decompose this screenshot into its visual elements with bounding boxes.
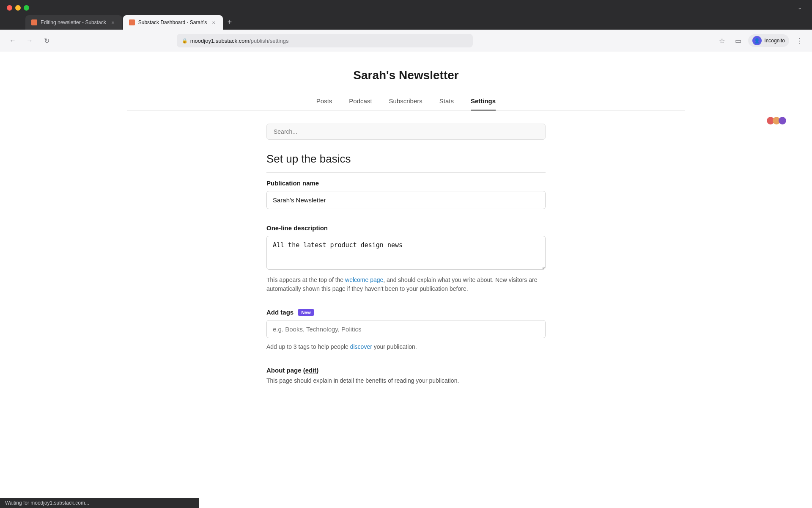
minimize-button[interactable] <box>15 5 21 11</box>
tags-group: Add tags New Add up to 3 tags to help pe… <box>266 309 546 351</box>
tab-overflow-chevron[interactable]: ⌄ <box>794 3 805 12</box>
tags-label-row: Add tags New <box>266 309 546 316</box>
tab2-title: Substack Dashboard - Sarah's <box>138 19 207 25</box>
incognito-label: Incognito <box>764 38 785 44</box>
about-label-after: ) <box>316 367 318 374</box>
new-tab-button[interactable]: + <box>224 16 236 28</box>
tags-label: Add tags <box>266 309 294 316</box>
description-group: One-line description This appears at the… <box>266 224 546 293</box>
tab1-title: Editing newsletter - Substack <box>41 19 106 25</box>
welcome-page-link[interactable]: welcome page <box>345 276 383 283</box>
search-input[interactable] <box>266 124 546 140</box>
description-hint: This appears at the top of the welcome p… <box>266 276 546 293</box>
tab2-close[interactable]: ✕ <box>210 19 217 26</box>
page-header: Sarah's Newsletter <box>0 52 812 82</box>
new-badge: New <box>298 309 314 316</box>
avatar-cluster[interactable] <box>766 114 787 127</box>
tab1-close[interactable]: ✕ <box>110 19 116 26</box>
nav-stats[interactable]: Stats <box>439 92 454 110</box>
nav-settings[interactable]: Settings <box>471 92 496 110</box>
description-textarea[interactable] <box>266 236 546 270</box>
ssl-lock-icon: 🔒 <box>182 38 188 44</box>
about-label-before: About page ( <box>266 367 305 374</box>
reading-list-button[interactable]: ▭ <box>732 35 744 47</box>
about-edit-link[interactable]: edit <box>305 367 317 374</box>
svg-point-2 <box>779 117 786 124</box>
description-hint-before: This appears at the top of the <box>266 276 345 283</box>
close-button[interactable] <box>7 5 12 11</box>
avatar-group-icon <box>766 114 787 127</box>
titlebar: ⌄ <box>0 0 812 15</box>
tab2-favicon <box>129 19 135 25</box>
discover-link[interactable]: discover <box>350 343 372 350</box>
forward-button[interactable]: → <box>24 35 36 47</box>
browser-chrome: ⌄ Editing newsletter - Substack ✕ Substa… <box>0 0 812 52</box>
page-nav: Posts Podcast Subscribers Stats Settings <box>127 92 685 111</box>
tags-hint-before: Add up to 3 tags to help people <box>266 343 350 350</box>
section-title: Set up the basics <box>266 152 546 173</box>
page-content: Sarah's Newsletter Posts Podcast Subscri… <box>0 52 812 508</box>
traffic-lights <box>7 5 29 11</box>
browser-actions: ☆ ▭ 👤 Incognito ⋮ <box>716 34 805 47</box>
status-bar: Waiting for moodjoy1.substack.com... <box>0 498 199 508</box>
about-hint: This page should explain in detail the b… <box>266 377 546 384</box>
refresh-button[interactable]: ↻ <box>41 35 52 47</box>
url-bar[interactable]: 🔒 moodjoy1.substack.com/publish/settings <box>177 34 473 47</box>
tab1-favicon <box>31 19 37 25</box>
tab-editing-newsletter[interactable]: Editing newsletter - Substack ✕ <box>25 15 122 30</box>
bookmark-button[interactable]: ☆ <box>716 35 728 47</box>
nav-posts[interactable]: Posts <box>316 92 332 110</box>
more-button[interactable]: ⋮ <box>793 35 805 47</box>
page-title: Sarah's Newsletter <box>0 69 812 82</box>
about-page-group: About page (edit) This page should expla… <box>266 367 546 384</box>
url-text: moodjoy1.substack.com/publish/settings <box>190 38 289 44</box>
url-path: /publish/settings <box>249 38 288 44</box>
nav-subscribers[interactable]: Subscribers <box>389 92 422 110</box>
tags-hint-after: your publication. <box>372 343 417 350</box>
tab-substack-dashboard[interactable]: Substack Dashboard - Sarah's ✕ <box>123 15 223 30</box>
description-label: One-line description <box>266 224 546 232</box>
incognito-icon: 👤 <box>752 36 762 45</box>
back-button[interactable]: ← <box>7 35 19 47</box>
nav-podcast[interactable]: Podcast <box>349 92 372 110</box>
publication-name-input[interactable] <box>266 191 546 209</box>
status-text: Waiting for moodjoy1.substack.com... <box>5 500 89 506</box>
address-bar: ← → ↻ 🔒 moodjoy1.substack.com/publish/se… <box>0 30 812 52</box>
tabs-bar: Editing newsletter - Substack ✕ Substack… <box>0 15 812 30</box>
about-label: About page (edit) <box>266 367 546 374</box>
incognito-button[interactable]: 👤 Incognito <box>748 34 789 47</box>
url-domain: moodjoy1.substack.com <box>190 38 249 44</box>
tags-hint: Add up to 3 tags to help people discover… <box>266 342 546 351</box>
main-content: Set up the basics Publication name One-l… <box>258 111 554 412</box>
tags-input[interactable] <box>266 320 546 338</box>
publication-name-label: Publication name <box>266 179 546 187</box>
maximize-button[interactable] <box>24 5 29 11</box>
publication-name-group: Publication name <box>266 179 546 209</box>
